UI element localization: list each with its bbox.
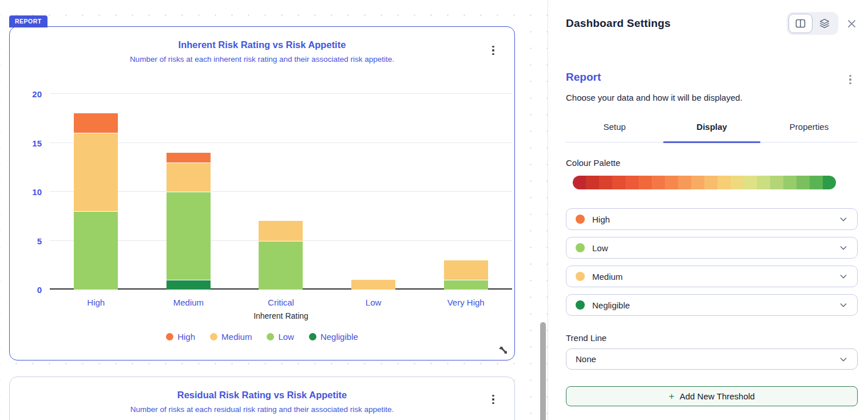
bar-segment-medium[interactable] [259,221,303,240]
legend-label: Medium [221,332,252,342]
legend-dot [267,333,274,340]
palette-swatch [704,176,718,189]
palette-swatch [599,176,612,189]
y-tick-label: 0 [17,285,42,295]
chevron-down-icon [839,272,848,281]
series-color-dot [576,300,585,310]
report-section-heading: Report [566,71,601,84]
bar-very-high[interactable] [419,94,512,290]
series-dropdown-label: Negligible [592,300,839,310]
trend-line-value: None [576,354,839,364]
bar-segment-low[interactable] [167,192,211,280]
palette-swatch [586,176,599,189]
bar-segment-high[interactable] [167,153,211,163]
tab-properties[interactable]: Properties [760,122,858,142]
series-dropdown-medium[interactable]: Medium [566,266,858,287]
report-section-menu-button[interactable] [846,73,854,86]
view-toggle-group [787,12,838,35]
palette-swatch [810,176,823,189]
series-dropdown-negligible[interactable]: Negligible [566,294,858,316]
chart-subtitle: Number of risks at each inherent risk ra… [10,55,514,64]
bar-series [50,94,512,290]
x-tick-label: Very High [419,298,512,307]
bar-critical[interactable] [235,94,327,290]
bar-high[interactable] [50,94,142,290]
x-axis-title: Inherent Rating [50,311,512,320]
bar-segment-medium[interactable] [74,133,118,211]
legend-item-medium[interactable]: Medium [210,332,252,342]
series-color-dot [576,215,585,224]
bar-low[interactable] [327,94,420,290]
bar-chart-plot: 05101520 [50,94,512,290]
palette-swatch [573,176,586,189]
trend-line-dropdown[interactable]: None [566,348,858,370]
palette-swatch [639,176,652,189]
panel-menu-button[interactable] [489,44,497,57]
palette-swatch [744,176,757,189]
x-tick-label: High [50,298,142,307]
tab-display[interactable]: Display [663,122,760,142]
x-tick-label: Low [327,298,420,307]
series-dropdown-label: High [592,215,839,224]
layers-view-button[interactable] [812,14,837,33]
y-tick-label: 15 [17,138,42,148]
palette-swatch [783,176,796,189]
bar-segment-low[interactable] [259,241,303,290]
report-section-header: Report [566,71,858,86]
series-dropdown-label: Medium [592,272,839,282]
settings-title: Dashboard Settings [566,17,671,30]
palette-swatch [652,176,665,189]
legend-dot [309,333,316,340]
legend-label: Negligible [320,332,358,342]
panel-resize-handle[interactable] [498,345,509,355]
bar-segment-medium[interactable] [167,163,211,192]
palette-swatch [731,176,744,189]
bar-segment-low[interactable] [74,211,118,290]
trend-line-label: Trend Line [566,333,858,343]
palette-swatch [718,176,731,189]
bar-segment-negligible[interactable] [167,280,211,290]
settings-tabs: SetupDisplayProperties [566,122,858,142]
bar-segment-high[interactable] [74,113,118,133]
panel-menu-button-2[interactable] [489,393,497,406]
report-panel-residual[interactable]: Residual Risk Rating vs Risk Appetite Nu… [9,377,515,420]
header-controls [787,12,858,35]
tab-setup[interactable]: Setup [566,122,663,142]
split-columns-icon [795,19,806,28]
series-dropdown-label: Low [592,243,839,253]
palette-swatch [823,176,836,189]
add-new-threshold-button[interactable]: + Add New Threshold [566,386,858,406]
dashboard-canvas[interactable]: REPORT Inherent Risk Rating vs Risk Appe… [0,0,548,420]
bar-segment-low[interactable] [444,280,488,290]
bar-segment-medium[interactable] [351,280,395,290]
legend-item-negligible[interactable]: Negligible [309,332,358,342]
bar-segment-medium[interactable] [444,260,488,280]
vertical-scrollbar-thumb[interactable] [540,322,546,420]
chevron-down-icon [839,355,848,364]
colour-palette-bar[interactable] [573,176,836,189]
series-color-dot [576,243,585,252]
series-dropdown-low[interactable]: Low [566,237,858,259]
split-view-button[interactable] [788,14,812,33]
legend-dot [166,333,173,340]
legend-item-high[interactable]: High [166,332,195,342]
colour-palette-label: Colour Palette [566,158,858,168]
report-section-description: Choose your data and how it will be disp… [566,93,858,102]
y-tick-label: 10 [17,187,42,197]
app-root: REPORT Inherent Risk Rating vs Risk Appe… [0,0,868,420]
report-panel-inherent[interactable]: Inherent Risk Rating vs Risk Appetite Nu… [9,26,515,360]
close-icon [847,19,856,28]
bar-medium[interactable] [142,94,235,290]
close-settings-button[interactable] [845,17,858,30]
chart-title-2: Residual Risk Rating vs Risk Appetite [10,390,514,401]
chevron-down-icon [839,300,848,310]
legend-item-low[interactable]: Low [267,332,294,342]
y-tick-label: 20 [17,89,42,99]
palette-swatch [678,176,691,189]
legend-dot [210,333,217,340]
palette-swatch [757,176,770,189]
legend-label: High [177,332,195,342]
series-dropdown-high[interactable]: High [566,208,858,230]
report-badge: REPORT [9,15,47,27]
settings-header: Dashboard Settings [566,11,858,35]
